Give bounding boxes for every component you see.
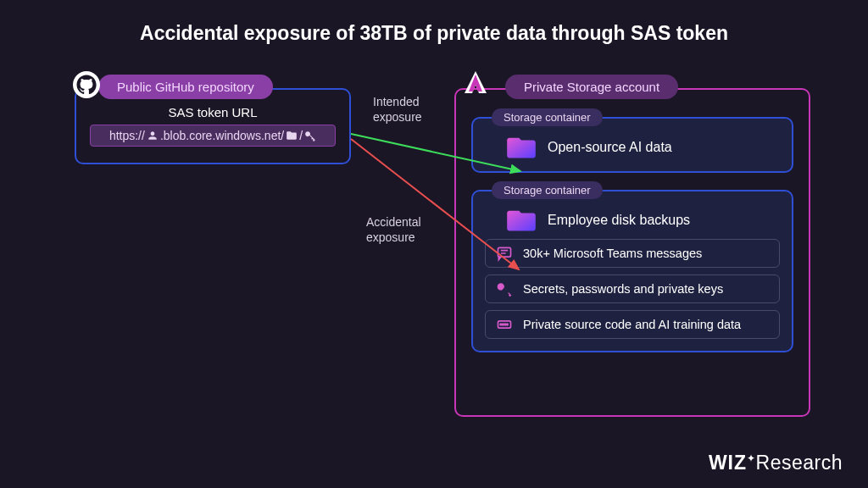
url-prefix: https:// bbox=[109, 129, 145, 142]
container-label: Storage container bbox=[492, 181, 603, 199]
key-icon bbox=[304, 130, 316, 141]
accidental-label: Accidental exposure bbox=[366, 215, 421, 245]
github-icon bbox=[73, 71, 100, 98]
svg-point-4 bbox=[504, 324, 506, 325]
storage-container-employee: Storage container Employee disk backups … bbox=[471, 190, 793, 352]
code-icon bbox=[496, 316, 513, 333]
employee-label: Employee disk backups bbox=[548, 213, 690, 228]
open-source-label: Open-source AI data bbox=[548, 140, 672, 155]
item-label: 30k+ Microsoft Teams messages bbox=[523, 247, 702, 260]
github-pill: Public GitHub repository bbox=[98, 75, 273, 99]
chat-icon bbox=[496, 245, 513, 262]
url-mid: .blob.core.windows.net/ bbox=[160, 129, 284, 142]
item-label: Private source code and AI training data bbox=[523, 318, 741, 331]
svg-point-2 bbox=[500, 324, 502, 325]
item-teams: 30k+ Microsoft Teams messages bbox=[485, 239, 780, 268]
brand-wiz: WIZ bbox=[709, 452, 747, 474]
item-label: Secrets, passwords and private keys bbox=[523, 282, 723, 296]
key-icon bbox=[496, 280, 513, 297]
storage-account-box: Storage container Open-source AI data St… bbox=[454, 88, 810, 417]
sas-token-label: SAS token URL bbox=[76, 105, 349, 119]
intended-label: Intended exposure bbox=[373, 95, 422, 125]
svg-point-5 bbox=[507, 324, 509, 325]
url-sep: / bbox=[299, 129, 303, 142]
svg-rect-0 bbox=[498, 247, 511, 257]
brand-research: Research bbox=[756, 452, 843, 474]
brand-logo: WIZ✦Research bbox=[709, 452, 843, 474]
item-secrets: Secrets, passwords and private keys bbox=[485, 274, 780, 303]
page-title: Accidental exposure of 38TB of private d… bbox=[0, 0, 868, 45]
person-icon bbox=[147, 130, 159, 141]
folder-icon bbox=[286, 130, 298, 141]
sas-token-url: https:// .blob.core.windows.net/ / bbox=[90, 125, 336, 147]
item-source: Private source code and AI training data bbox=[485, 310, 780, 339]
folder-icon bbox=[507, 136, 536, 159]
github-repo-box: SAS token URL https:// .blob.core.window… bbox=[75, 88, 351, 164]
storage-pill: Private Storage account bbox=[505, 75, 678, 99]
folder-icon bbox=[507, 208, 536, 232]
sparkle-icon: ✦ bbox=[747, 452, 756, 464]
azure-icon bbox=[461, 69, 490, 98]
storage-container-open: Storage container Open-source AI data bbox=[471, 117, 793, 173]
container-label: Storage container bbox=[492, 108, 603, 126]
svg-point-3 bbox=[503, 324, 504, 325]
